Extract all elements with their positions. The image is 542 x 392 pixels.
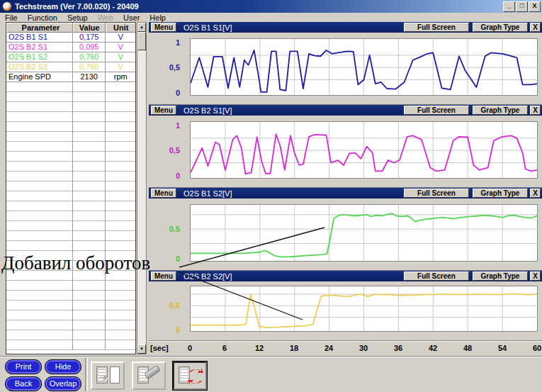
graph1-fullscreen-button[interactable]: Full Screen bbox=[404, 23, 469, 32]
graph2-fullscreen-button[interactable]: Full Screen bbox=[404, 106, 469, 115]
table-row-empty bbox=[6, 82, 135, 92]
x-tick-label: 0 bbox=[181, 344, 198, 352]
column-header-unit[interactable]: Unit bbox=[106, 23, 135, 33]
y-tick-label: 1 bbox=[176, 121, 180, 130]
graph4-graphtype-button[interactable]: Graph Type bbox=[473, 271, 528, 281]
graph2-close-icon[interactable]: X bbox=[530, 106, 541, 115]
table-row-empty bbox=[6, 340, 135, 350]
graph4-title: O2S B2 S2[V] bbox=[184, 272, 232, 281]
table-row-empty bbox=[6, 231, 135, 241]
window-title: Techstream (Ver 7.00.020) - 20409 bbox=[15, 2, 139, 11]
scroll-up-icon[interactable]: ▲ bbox=[137, 23, 146, 32]
close-button[interactable]: X bbox=[529, 1, 541, 12]
graph3-y-axis-labels: 0,50 bbox=[149, 204, 186, 262]
table-row-empty bbox=[6, 310, 135, 320]
graph3-fullscreen-button[interactable]: Full Screen bbox=[404, 189, 469, 198]
x-tick-label: 30 bbox=[355, 344, 372, 352]
table-row-empty bbox=[6, 301, 135, 310]
graph2-graphtype-button[interactable]: Graph Type bbox=[473, 106, 528, 115]
graph1-plot-region: 10,50 bbox=[149, 33, 542, 105]
graph3-title: O2S B1 S2[V] bbox=[184, 189, 232, 198]
x-tick-label: 18 bbox=[286, 344, 303, 352]
param-name: O2S B1 S2 bbox=[6, 52, 73, 62]
column-header-value[interactable]: Value bbox=[73, 23, 106, 33]
x-tick-label: 6 bbox=[216, 344, 233, 352]
table-row[interactable]: Engine SPD 2130 rpm bbox=[6, 72, 135, 82]
table-row[interactable]: O2S B1 S1 0,175 V bbox=[6, 33, 135, 43]
param-name: O2S B2 S1 bbox=[6, 43, 73, 52]
param-value: 0,760 bbox=[73, 62, 106, 72]
graph2-title: O2S B2 S1[V] bbox=[184, 106, 232, 115]
x-tick-label: 60 bbox=[529, 344, 542, 352]
list-refresh-button[interactable] bbox=[173, 362, 207, 390]
y-tick-label: 1 bbox=[176, 38, 180, 47]
table-row-empty bbox=[6, 162, 135, 172]
page-icon bbox=[110, 366, 120, 383]
graph1-menu-button[interactable]: Menu bbox=[151, 23, 176, 32]
graph3-menu-button[interactable]: Menu bbox=[151, 189, 176, 198]
menu-user[interactable]: User bbox=[118, 13, 145, 22]
overlap-button[interactable]: Overlap bbox=[45, 376, 81, 391]
table-row-empty bbox=[6, 122, 135, 132]
x-tick-label: 42 bbox=[424, 344, 441, 352]
list-transfer-button[interactable]: ➔ bbox=[91, 362, 125, 390]
graph4-plot-area bbox=[190, 286, 538, 332]
bottom-bar: Print Hide Back Overlap ➔ Custom List ▼ bbox=[0, 356, 542, 392]
graph-panel-header-3: Menu O2S B1 S2[V] Full Screen Graph Type… bbox=[149, 188, 542, 198]
param-unit: V bbox=[106, 62, 135, 72]
graph4-fullscreen-button[interactable]: Full Screen bbox=[404, 271, 469, 281]
graph1-close-icon[interactable]: X bbox=[530, 23, 541, 32]
graph1-plot-area bbox=[190, 38, 538, 96]
menu-setup[interactable]: Setup bbox=[62, 13, 93, 22]
minimize-button[interactable]: _ bbox=[503, 1, 515, 12]
menu-file[interactable]: File bbox=[0, 13, 23, 22]
hide-button[interactable]: Hide bbox=[45, 359, 81, 374]
y-tick-label: 0 bbox=[176, 89, 180, 97]
graph2-y-axis-labels: 10,50 bbox=[149, 121, 186, 179]
graph2-plot-region: 10,50 bbox=[149, 116, 542, 188]
table-row-empty bbox=[6, 221, 135, 231]
print-button[interactable]: Print bbox=[5, 359, 42, 374]
graph3-graphtype-button[interactable]: Graph Type bbox=[473, 189, 528, 198]
graph4-close-icon[interactable]: X bbox=[530, 271, 541, 281]
table-row-empty bbox=[6, 241, 135, 251]
y-tick-label: 0 bbox=[176, 172, 180, 180]
table-row[interactable]: O2S B1 S2 0,760 V bbox=[6, 52, 135, 62]
graph-panel-header-4: Menu O2S B2 S2[V] Full Screen Graph Type… bbox=[149, 271, 542, 281]
list-tool-button[interactable] bbox=[132, 362, 166, 390]
table-row-empty bbox=[6, 172, 135, 181]
column-header-parameter[interactable]: Parameter bbox=[6, 23, 73, 33]
graph-panel-header-1: Menu O2S B1 S1[V] Full Screen Graph Type… bbox=[149, 22, 542, 33]
table-row[interactable]: O2S B2 S2 0,760 V bbox=[6, 62, 135, 72]
graph2-menu-button[interactable]: Menu bbox=[151, 106, 176, 115]
back-button[interactable]: Back bbox=[5, 376, 42, 391]
param-value: 0,095 bbox=[73, 43, 106, 52]
maximize-button[interactable]: □ bbox=[516, 1, 528, 12]
graph3-close-icon[interactable]: X bbox=[530, 189, 541, 198]
table-row-empty bbox=[6, 102, 135, 112]
scroll-down-icon[interactable]: ▼ bbox=[137, 345, 146, 354]
param-value: 0,760 bbox=[73, 52, 106, 62]
menu-function[interactable]: Function bbox=[23, 13, 62, 22]
graphs-area: Menu O2S B1 S1[V] Full Screen Graph Type… bbox=[149, 22, 542, 354]
param-unit: rpm bbox=[106, 72, 135, 82]
x-tick-label: 36 bbox=[390, 344, 407, 352]
table-scrollbar[interactable]: ▲ ▼ bbox=[137, 22, 147, 354]
table-row-empty bbox=[6, 330, 135, 340]
y-tick-label: 0,5 bbox=[169, 301, 180, 310]
menu-bar: File Function Setup Web User Help bbox=[0, 13, 542, 22]
param-name: O2S B1 S1 bbox=[6, 33, 73, 43]
table-row-empty bbox=[6, 201, 135, 211]
table-row-empty bbox=[6, 181, 135, 191]
scrollbar-thumb[interactable] bbox=[137, 32, 146, 50]
graph1-y-axis-labels: 10,50 bbox=[149, 38, 186, 96]
table-row-empty bbox=[6, 132, 135, 142]
x-tick-label: 24 bbox=[320, 344, 337, 352]
graph4-menu-button[interactable]: Menu bbox=[151, 271, 176, 281]
y-tick-label: 0,5 bbox=[169, 63, 180, 72]
graph1-graphtype-button[interactable]: Graph Type bbox=[473, 23, 528, 32]
graph4-plot-region: 0,50 bbox=[149, 281, 542, 341]
param-unit: V bbox=[106, 52, 135, 62]
table-row[interactable]: O2S B2 S1 0,095 V bbox=[6, 43, 135, 52]
menu-help[interactable]: Help bbox=[145, 13, 171, 22]
